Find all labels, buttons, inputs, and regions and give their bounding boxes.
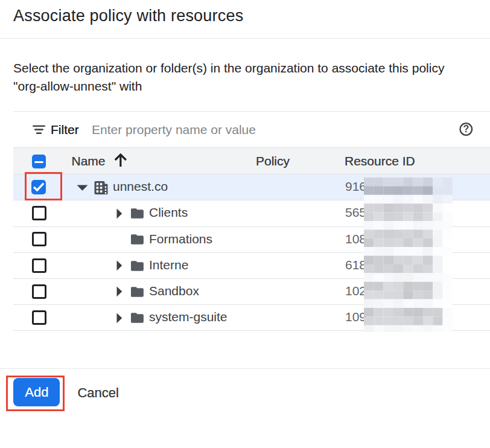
- svg-text:?: ?: [463, 124, 469, 134]
